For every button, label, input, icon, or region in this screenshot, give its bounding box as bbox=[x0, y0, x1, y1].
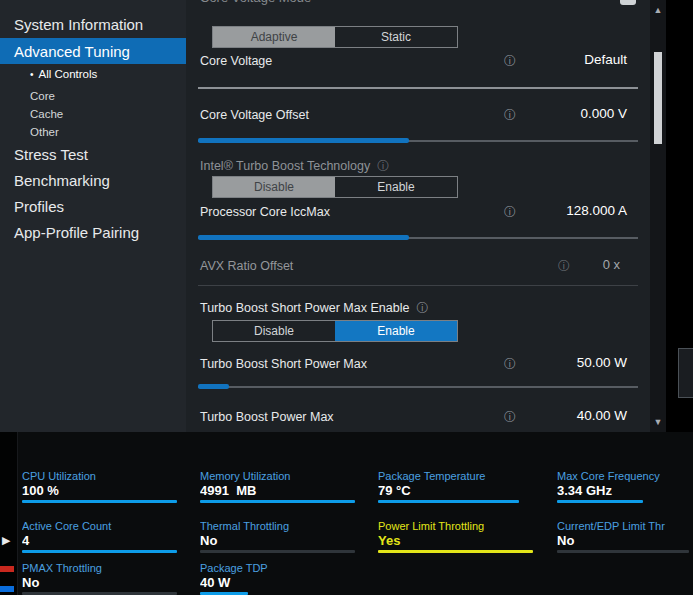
tile-label: Thermal Throttling bbox=[200, 520, 360, 533]
sidebar-item-cache[interactable]: Cache bbox=[0, 106, 186, 122]
static-button[interactable]: Static bbox=[335, 27, 457, 47]
tile-label: Memory Utilization bbox=[200, 470, 360, 483]
tile-label: Package TDP bbox=[200, 562, 360, 575]
monitor-tile-pmax-throttling[interactable]: PMAX Throttling No bbox=[22, 562, 182, 595]
iccmax-value[interactable]: 128.000 A bbox=[566, 203, 627, 218]
info-icon[interactable]: ⓘ bbox=[416, 300, 428, 317]
scrollbar-thumb[interactable] bbox=[654, 52, 662, 144]
turbo-boost-tech-label: Intel® Turbo Boost Technology ⓘ bbox=[200, 158, 389, 174]
adaptive-button[interactable]: Adaptive bbox=[213, 27, 335, 47]
tile-label: CPU Utilization bbox=[22, 470, 182, 483]
xtu-app-window: System Information Advanced Tuning • All… bbox=[0, 0, 693, 595]
expand-arrow-icon[interactable]: ▶ bbox=[2, 535, 10, 546]
tile-bar bbox=[557, 500, 643, 503]
sidebar-item-label: All Controls bbox=[39, 68, 98, 80]
sidebar-item-all-controls[interactable]: • All Controls bbox=[0, 66, 186, 82]
core-voltage-value[interactable]: Default bbox=[584, 52, 627, 67]
info-icon[interactable]: ⓘ bbox=[504, 410, 516, 424]
sidebar-item-advanced-tuning[interactable]: Advanced Tuning bbox=[0, 38, 186, 64]
slider-fill bbox=[198, 384, 229, 389]
section-label-text: Intel® Turbo Boost Technology bbox=[200, 159, 370, 173]
tile-value: 4 bbox=[22, 533, 182, 549]
core-voltage-offset-value[interactable]: 0.000 V bbox=[580, 106, 627, 121]
monitoring-panel: ▶ CPU Utilization 100 % Memory Utilizati… bbox=[0, 432, 693, 595]
info-icon[interactable]: ⓘ bbox=[377, 158, 389, 175]
tile-bar bbox=[200, 500, 355, 503]
scroll-up-icon[interactable]: ▲ bbox=[650, 5, 666, 15]
turbo-boost-short-power-max-row: Turbo Boost Short Power Max ⓘ 50.00 W bbox=[198, 355, 638, 375]
info-icon[interactable]: ⓘ bbox=[504, 108, 516, 122]
slider-track bbox=[198, 386, 638, 388]
red-legend-bar bbox=[0, 566, 14, 572]
tile-bar bbox=[378, 550, 533, 553]
sidebar-item-app-profile-pairing[interactable]: App-Profile Pairing bbox=[0, 220, 186, 244]
short-power-max-slider[interactable] bbox=[198, 384, 638, 389]
left-edge-strip: ▶ bbox=[0, 432, 18, 595]
scroll-down-icon[interactable]: ▼ bbox=[650, 417, 666, 427]
avx-ratio-value: 0 x bbox=[603, 257, 620, 272]
core-voltage-row: Core Voltage ⓘ Default bbox=[198, 52, 638, 72]
tile-bar bbox=[200, 550, 355, 553]
bullet-icon: • bbox=[30, 69, 34, 80]
sidebar-item-system-information[interactable]: System Information bbox=[0, 12, 186, 36]
tile-value: 100 % bbox=[22, 483, 182, 499]
sidebar-item-stress-test[interactable]: Stress Test bbox=[0, 142, 186, 166]
info-icon[interactable]: ⓘ bbox=[504, 205, 516, 219]
core-voltage-slider[interactable] bbox=[198, 87, 638, 89]
tile-value: 79 °C bbox=[378, 483, 538, 499]
sidebar-item-profiles[interactable]: Profiles bbox=[0, 194, 186, 218]
tile-label: Power Limit Throttling bbox=[378, 520, 538, 533]
tuning-controls-panel: Core Voltage Mode Adaptive Static Core V… bbox=[186, 0, 650, 432]
tile-bar bbox=[378, 500, 519, 503]
control-label: Turbo Boost Power Max bbox=[200, 410, 334, 424]
control-label: Processor Core IccMax bbox=[200, 205, 330, 219]
monitor-tile-package-temperature[interactable]: Package Temperature 79 °C bbox=[378, 470, 538, 503]
tile-label: Package Temperature bbox=[378, 470, 538, 483]
monitor-tile-active-core-count[interactable]: Active Core Count 4 bbox=[22, 520, 182, 553]
monitor-tile-max-core-frequency[interactable]: Max Core Frequency 3.34 GHz bbox=[557, 470, 693, 503]
monitor-tile-current-edp-limit-throttling[interactable]: Current/EDP Limit Thr No bbox=[557, 520, 693, 553]
short-power-max-value[interactable]: 50.00 W bbox=[577, 355, 627, 370]
tile-value: Yes bbox=[378, 533, 538, 549]
sidebar-item-core[interactable]: Core bbox=[0, 88, 186, 104]
monitor-tile-cpu-utilization[interactable]: CPU Utilization 100 % bbox=[22, 470, 182, 503]
monitor-tile-memory-utilization[interactable]: Memory Utilization 4991 MB bbox=[200, 470, 360, 503]
sidebar: System Information Advanced Tuning • All… bbox=[0, 0, 186, 432]
scrollbar[interactable]: ▲ ▼ bbox=[650, 0, 666, 432]
tile-label: PMAX Throttling bbox=[22, 562, 182, 575]
turbo-boost-short-power-enable-toggle: Disable Enable bbox=[212, 320, 458, 342]
enable-button[interactable]: Enable bbox=[335, 321, 457, 341]
tile-value: No bbox=[22, 575, 182, 591]
clipped-control-label: Core Voltage Mode bbox=[200, 0, 311, 6]
control-label: AVX Ratio Offset bbox=[200, 259, 293, 273]
section-label-text: Turbo Boost Short Power Max Enable bbox=[200, 301, 409, 315]
monitor-tile-power-limit-throttling[interactable]: Power Limit Throttling Yes bbox=[378, 520, 538, 553]
sidebar-item-benchmarking[interactable]: Benchmarking bbox=[0, 168, 186, 192]
info-icon: ⓘ bbox=[558, 259, 570, 273]
turbo-boost-short-power-enable-label: Turbo Boost Short Power Max Enable ⓘ bbox=[200, 300, 428, 316]
control-label: Core Voltage Offset bbox=[200, 108, 309, 122]
partial-right-panel bbox=[678, 348, 693, 398]
slider-fill bbox=[198, 138, 409, 143]
disable-button[interactable]: Disable bbox=[213, 321, 335, 341]
processor-core-iccmax-row: Processor Core IccMax ⓘ 128.000 A bbox=[198, 203, 638, 223]
iccmax-slider[interactable] bbox=[198, 235, 638, 240]
info-icon[interactable]: ⓘ bbox=[504, 357, 516, 371]
partial-top-icon bbox=[620, 0, 636, 5]
monitor-tile-thermal-throttling[interactable]: Thermal Throttling No bbox=[200, 520, 360, 553]
tile-value: 3.34 GHz bbox=[557, 483, 693, 499]
enable-button[interactable]: Enable bbox=[335, 177, 457, 197]
power-max-value[interactable]: 40.00 W bbox=[577, 408, 627, 423]
tile-bar bbox=[22, 550, 177, 553]
disable-button[interactable]: Disable bbox=[213, 177, 335, 197]
turbo-boost-power-max-row: Turbo Boost Power Max ⓘ 40.00 W bbox=[198, 408, 638, 428]
blue-legend-bar bbox=[0, 586, 14, 592]
info-icon[interactable]: ⓘ bbox=[504, 54, 516, 68]
tile-label: Max Core Frequency bbox=[557, 470, 693, 483]
sidebar-item-other[interactable]: Other bbox=[0, 124, 186, 140]
core-voltage-offset-slider[interactable] bbox=[198, 138, 638, 143]
core-voltage-mode-toggle: Adaptive Static bbox=[212, 26, 458, 48]
slider-fill bbox=[198, 235, 409, 240]
monitor-tile-package-tdp[interactable]: Package TDP 40 W bbox=[200, 562, 360, 595]
tile-value: 4991 MB bbox=[200, 483, 360, 499]
